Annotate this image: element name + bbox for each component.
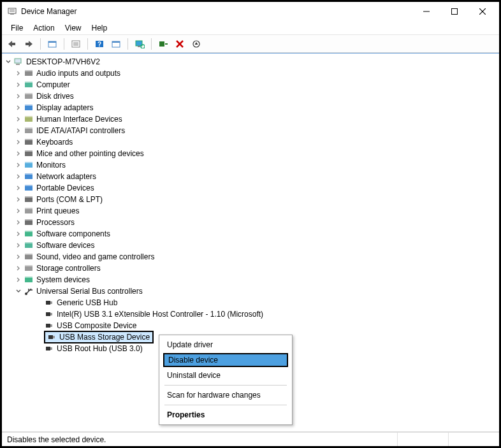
tree-device[interactable]: USB Composite Device	[35, 320, 499, 331]
chevron-right-icon[interactable]	[15, 161, 22, 169]
tree-device-label: USB Mass Storage Device	[59, 331, 150, 343]
close-button[interactable]	[468, 3, 497, 20]
tree-device[interactable]: Generic USB Hub	[35, 297, 499, 308]
tree-category[interactable]: System devices	[15, 274, 499, 285]
chevron-right-icon[interactable]	[15, 150, 22, 157]
menu-view[interactable]: View	[60, 22, 87, 34]
tree-category[interactable]: Display adapters	[15, 102, 499, 113]
tree-category[interactable]: Audio inputs and outputs	[15, 68, 499, 79]
tree-category[interactable]: IDE ATA/ATAPI controllers	[15, 125, 499, 136]
category-icon	[24, 80, 34, 90]
chevron-right-icon[interactable]	[15, 184, 22, 192]
maximize-button[interactable]	[440, 3, 468, 20]
menubar: File Action View Help	[2, 21, 499, 35]
svg-rect-61	[25, 219, 33, 220]
chevron-right-icon[interactable]	[15, 219, 22, 226]
chevron-right-icon[interactable]	[15, 127, 22, 134]
category-icon	[24, 103, 34, 113]
tree-category-usb[interactable]: Universal Serial Bus controllers	[15, 285, 499, 297]
menu-help[interactable]: Help	[87, 22, 113, 34]
chevron-right-icon[interactable]	[15, 264, 22, 272]
tree-category[interactable]: Monitors	[15, 159, 499, 171]
svg-rect-65	[25, 242, 33, 243]
delete-x-icon[interactable]	[172, 37, 187, 51]
tree-category[interactable]: Software devices	[15, 240, 499, 251]
uninstall-icon[interactable]	[189, 37, 204, 51]
titlebar: Device Manager	[2, 2, 499, 21]
tree-category[interactable]: Ports (COM & LPT)	[15, 194, 499, 205]
ctx-properties[interactable]: Properties	[161, 408, 291, 422]
svg-rect-71	[25, 277, 33, 278]
tree-spacer	[35, 345, 43, 352]
add-legacy-icon[interactable]	[156, 37, 171, 51]
usb-plug-icon	[47, 332, 57, 342]
tree-category[interactable]: Storage controllers	[15, 263, 499, 274]
chevron-right-icon[interactable]	[15, 115, 22, 123]
tree-category[interactable]: Portable Devices	[15, 182, 499, 194]
svg-rect-43	[25, 116, 33, 117]
toolbar: ?	[2, 35, 499, 53]
tree-device[interactable]: Intel(R) USB 3.1 eXtensible Host Control…	[35, 308, 499, 320]
tree-category[interactable]: Disk drives	[15, 90, 499, 102]
chevron-right-icon[interactable]	[15, 253, 22, 261]
svg-rect-23	[138, 46, 140, 47]
svg-rect-5	[452, 9, 458, 15]
svg-rect-32	[15, 59, 21, 63]
scan-monitor-icon[interactable]	[132, 37, 147, 51]
category-icon	[24, 68, 34, 78]
chevron-right-icon[interactable]	[15, 81, 22, 89]
svg-rect-76	[46, 301, 50, 305]
svg-rect-39	[25, 93, 33, 94]
tree-view[interactable]: DESKTOP-M7VH6V2 Audio inputs and outputs…	[2, 53, 499, 432]
chevron-right-icon[interactable]	[15, 230, 22, 238]
tree-device-selected[interactable]: USB Mass Storage Device	[44, 331, 154, 343]
tree-category[interactable]: Mice and other pointing devices	[15, 148, 499, 159]
chevron-down-icon[interactable]	[4, 58, 12, 66]
tree-category[interactable]: Computer	[15, 79, 499, 90]
tree-category[interactable]: Network adapters	[15, 171, 499, 182]
ctx-update-driver[interactable]: Update driver	[161, 338, 291, 352]
chevron-right-icon[interactable]	[15, 69, 22, 77]
chevron-right-icon[interactable]	[15, 92, 22, 100]
minimize-button[interactable]	[412, 3, 440, 20]
tree-root[interactable]: DESKTOP-M7VH6V2	[4, 56, 499, 68]
chevron-right-icon[interactable]	[15, 242, 22, 249]
usb-icon	[24, 286, 34, 296]
svg-point-24	[141, 45, 145, 48]
show-hidden-icon[interactable]	[45, 37, 60, 51]
back-arrow-icon[interactable]	[4, 37, 20, 51]
ctx-uninstall-device[interactable]: Uninstall device	[161, 368, 291, 382]
chevron-down-icon[interactable]	[15, 287, 22, 295]
help-icon[interactable]: ?	[92, 37, 107, 51]
svg-rect-49	[25, 150, 33, 152]
tree-category-label: Sound, video and game controllers	[36, 251, 154, 263]
chevron-right-icon[interactable]	[15, 207, 22, 215]
tree-category[interactable]: Human Interface Devices	[15, 113, 499, 125]
category-icon	[24, 206, 34, 216]
menu-action[interactable]: Action	[28, 22, 59, 34]
tree-category[interactable]: Keyboards	[15, 136, 499, 148]
svg-rect-67	[25, 254, 33, 255]
tree-category[interactable]: Print queues	[15, 205, 499, 217]
chevron-right-icon[interactable]	[15, 138, 22, 146]
tree-category[interactable]: Software components	[15, 228, 499, 240]
chevron-right-icon[interactable]	[15, 276, 22, 284]
chevron-right-icon[interactable]	[15, 173, 22, 180]
category-icon	[24, 160, 34, 170]
svg-rect-59	[25, 208, 33, 209]
tree-spacer	[35, 310, 43, 318]
ctx-scan-hardware[interactable]: Scan for hardware changes	[161, 388, 291, 402]
ctx-disable-device[interactable]: Disable device	[163, 353, 288, 367]
tree-category-label: System devices	[36, 274, 90, 285]
forward-arrow-icon[interactable]	[21, 37, 36, 51]
tree-category[interactable]: Sound, video and game controllers	[15, 251, 499, 263]
statusbar-pane-2	[448, 433, 499, 446]
chevron-right-icon[interactable]	[15, 196, 22, 203]
svg-rect-57	[25, 196, 33, 198]
menu-file[interactable]: File	[6, 22, 28, 34]
chevron-right-icon[interactable]	[15, 104, 22, 112]
properties-icon[interactable]	[68, 37, 84, 51]
tree-spacer	[35, 333, 43, 341]
tree-category[interactable]: Processors	[15, 217, 499, 228]
update-icon[interactable]	[108, 37, 124, 51]
